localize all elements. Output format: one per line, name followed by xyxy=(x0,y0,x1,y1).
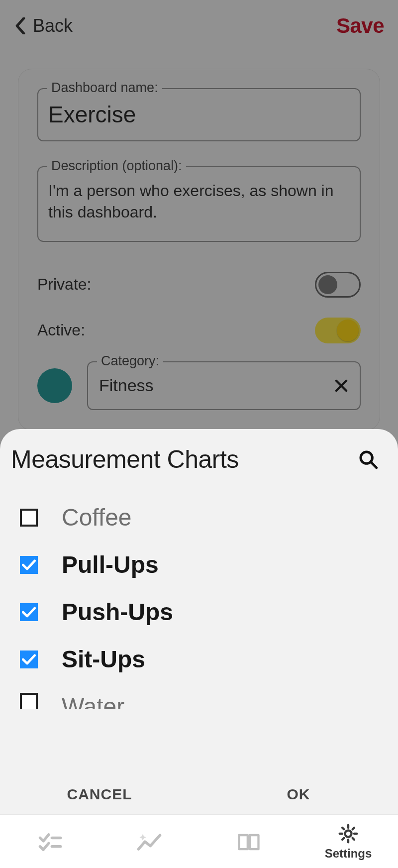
sheet-title: Measurement Charts xyxy=(11,445,239,474)
list-item-label: Water xyxy=(62,693,124,709)
check-icon xyxy=(22,654,36,665)
svg-line-10 xyxy=(342,828,344,829)
nav-tab-settings[interactable]: Settings xyxy=(298,815,398,868)
cancel-button[interactable]: CANCEL xyxy=(0,774,199,814)
search-icon xyxy=(358,449,378,469)
list-item[interactable]: Water xyxy=(0,683,398,709)
list-item-label: Push-Ups xyxy=(62,598,173,626)
nav-tab-library[interactable] xyxy=(199,815,298,868)
bottom-nav: Settings xyxy=(0,814,398,868)
nav-tab-trends[interactable] xyxy=(100,815,199,868)
svg-line-13 xyxy=(353,838,354,839)
check-icon xyxy=(22,559,36,570)
list-item-label: Sit-Ups xyxy=(62,646,145,673)
svg-point-5 xyxy=(345,830,352,837)
checkbox[interactable] xyxy=(20,509,38,527)
svg-line-1 xyxy=(371,462,377,468)
list-item[interactable]: Pull-Ups xyxy=(0,541,398,588)
svg-line-12 xyxy=(342,838,344,839)
gear-icon xyxy=(335,823,361,845)
checklist-icon xyxy=(37,831,63,853)
check-icon xyxy=(22,607,36,618)
checkbox[interactable] xyxy=(20,556,38,574)
checkbox[interactable] xyxy=(20,651,38,668)
checkbox[interactable] xyxy=(20,603,38,621)
sheet-list[interactable]: Coffee Pull-Ups Push-Ups Sit-Ups Water xyxy=(0,474,398,774)
nav-tab-checklist[interactable] xyxy=(0,815,100,868)
book-icon xyxy=(236,831,262,853)
measurement-charts-sheet: Measurement Charts Coffee Pull-Ups Push-… xyxy=(0,429,398,814)
sheet-header: Measurement Charts xyxy=(0,445,398,474)
list-item-label: Pull-Ups xyxy=(62,551,159,578)
sheet-actions: CANCEL OK xyxy=(0,774,398,814)
list-item[interactable]: Push-Ups xyxy=(0,588,398,636)
list-item-label: Coffee xyxy=(62,504,132,531)
list-item[interactable]: Sit-Ups xyxy=(0,636,398,683)
search-button[interactable] xyxy=(358,449,378,469)
nav-tab-label: Settings xyxy=(325,847,372,861)
list-item[interactable]: Coffee xyxy=(0,494,398,541)
checkbox[interactable] xyxy=(20,693,38,709)
svg-line-11 xyxy=(353,828,354,829)
sparkle-trend-icon xyxy=(136,831,162,853)
ok-button[interactable]: OK xyxy=(199,774,398,814)
